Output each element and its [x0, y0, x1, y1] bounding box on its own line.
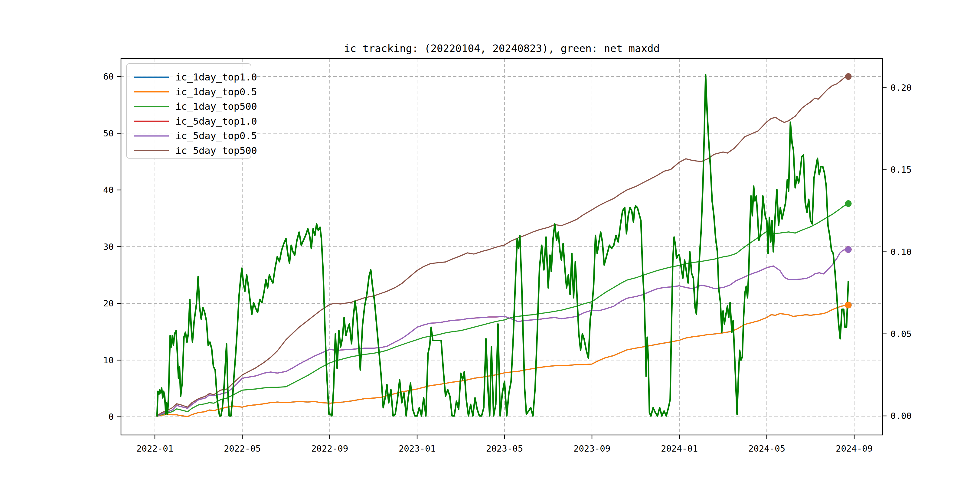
left-tick-label: 10 — [103, 355, 114, 365]
left-tick-label: 30 — [103, 242, 114, 252]
x-tick-label: 2022-05 — [224, 444, 261, 454]
right-tick-label: 0.00 — [891, 411, 912, 421]
left-tick-label: 40 — [103, 185, 114, 195]
x-tick-label: 2023-01 — [399, 444, 436, 454]
legend-label-ic-1day-top500: ic_1day_top500 — [175, 101, 257, 112]
x-tick-label: 2022-01 — [137, 444, 173, 454]
endpoint-marker-ic-5day-top500 — [845, 73, 852, 80]
x-tick-label: 2022-09 — [311, 444, 348, 454]
x-tick-label: 2023-09 — [573, 444, 610, 454]
right-tick-label: 0.10 — [891, 247, 912, 257]
legend-label-ic-5day-top0-5: ic_5day_top0.5 — [175, 130, 257, 142]
x-tick-label: 2024-05 — [748, 444, 785, 454]
left-tick-label: 60 — [103, 72, 114, 82]
legend-label-ic-1day-top0-5: ic_1day_top0.5 — [175, 86, 257, 98]
right-tick-label: 0.05 — [891, 329, 912, 339]
x-tick-label: 2024-09 — [836, 444, 873, 454]
left-tick-label: 20 — [103, 298, 114, 309]
right-tick-label: 0.20 — [891, 83, 912, 93]
ic-tracking-chart: 2022-012022-052022-092023-012023-052023-… — [0, 0, 980, 490]
x-tick-label: 2023-05 — [486, 444, 523, 454]
chart-figure: 2022-012022-052022-092023-012023-052023-… — [0, 0, 980, 490]
legend-label-ic-5day-top1-0: ic_5day_top1.0 — [175, 116, 257, 127]
legend: ic_1day_top1.0ic_1day_top0.5ic_1day_top5… — [126, 64, 257, 159]
legend-label-ic-5day-top500: ic_5day_top500 — [175, 145, 257, 156]
left-tick-label: 0 — [108, 412, 114, 422]
endpoint-marker-ic-1day-top0-5 — [845, 302, 852, 309]
right-tick-label: 0.15 — [891, 165, 912, 175]
x-tick-label: 2024-01 — [661, 444, 698, 454]
legend-label-ic-1day-top1-0: ic_1day_top1.0 — [175, 72, 257, 83]
left-tick-label: 50 — [103, 128, 114, 138]
chart-title: ic tracking: (20220104, 20240823), green… — [344, 42, 660, 54]
endpoint-marker-ic-1day-top500 — [845, 200, 852, 207]
endpoint-marker-ic-5day-top0-5 — [845, 246, 852, 253]
